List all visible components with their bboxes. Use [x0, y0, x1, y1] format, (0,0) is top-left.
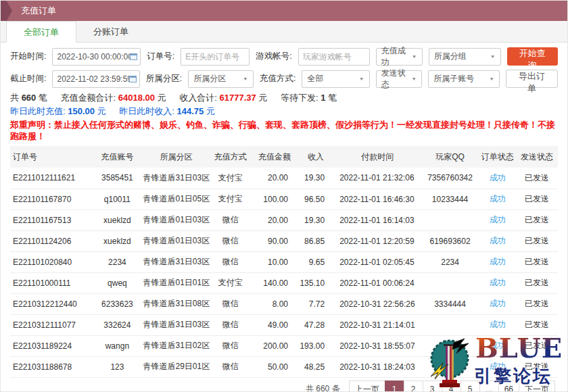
column-header: 发送状态 — [516, 146, 558, 168]
cell-order_no: E221101020840 — [10, 251, 91, 272]
table-row: E221031188678123青锋道盾29日01区微信50.0048.2520… — [10, 356, 558, 377]
cell-order_no: E221101124206 — [10, 230, 91, 251]
column-header: 订单状态 — [479, 146, 516, 168]
cell-order_no: E221101000111 — [10, 272, 91, 293]
sub-account-select[interactable]: 所属子账号 ▼ — [428, 70, 500, 88]
column-header: 付款时间 — [334, 146, 421, 168]
zone-select[interactable]: 所属分区 ▼ — [188, 70, 254, 88]
start-time-label: 开始时间: — [10, 51, 46, 62]
cell-pay_time: 2022-10-31 21:14:01 — [334, 314, 421, 335]
game-account-input[interactable] — [298, 48, 370, 66]
cell-order_no: E2210312212440 — [10, 293, 91, 314]
cell-send_status: 已发送 — [516, 189, 558, 210]
prev-page-button[interactable]: 上一页 — [349, 381, 385, 392]
group-select[interactable]: 所属分组 ▼ — [429, 48, 501, 66]
cell-order_no: E221101167870 — [10, 189, 91, 210]
cell-pay_method: 支付宝 — [210, 272, 252, 293]
cell-send_status: 已发送 — [516, 251, 558, 272]
cell-pay_time: 2022-11-01 02:05:45 — [334, 251, 421, 272]
cell-order_status: 成功 — [479, 293, 516, 314]
cell-pay_time: 2022-10-31 18:24:03 — [334, 356, 421, 377]
filter-panel: 开始时间: 订单号: 游戏帐号: 充值成功 ▼ 所属分组 ▼ 开始查询 — [10, 47, 558, 88]
cell-zone: 青锋道盾01日05区 — [143, 189, 209, 210]
cell-pay_method: 微信 — [210, 230, 252, 251]
cell-pay_method: 微信 — [210, 293, 252, 314]
cell-pay_time: 2022-10-31 18:55:07 — [334, 335, 421, 356]
cell-order_status: 成功 — [479, 251, 516, 272]
cell-zone: 青锋道盾31日03区 — [143, 251, 209, 272]
cell-order_no: E2210312111077 — [10, 314, 91, 335]
end-time-input[interactable] — [52, 70, 139, 88]
pay-method-select[interactable]: 全部 ▼ — [302, 70, 369, 88]
cell-amount: 200.00 — [252, 335, 298, 356]
ellipsis-page-button[interactable]: ... — [479, 381, 499, 392]
cell-send_status: 已发送 — [516, 335, 558, 356]
cell-zone: 青锋道盾29日01区 — [143, 356, 209, 377]
cell-order_status: 成功 — [479, 335, 516, 356]
cell-amount: 50.00 — [252, 356, 298, 377]
cell-amount: 100.00 — [252, 189, 298, 210]
export-button[interactable]: 导出订单 — [506, 70, 558, 88]
tab-all-orders[interactable]: 全部订单 — [6, 21, 76, 43]
cell-pay_method: 微信 — [210, 210, 252, 230]
cell-account: 332624 — [91, 314, 143, 335]
table-row: E221101167513xueklzd青锋道盾01日03区微信20.0019.… — [10, 210, 558, 230]
query-button[interactable]: 开始查询 — [507, 47, 558, 66]
cell-income: 19.30 — [298, 210, 334, 230]
cell-pay_method: 微信 — [210, 356, 252, 377]
cell-send_status: 已发送 — [516, 168, 558, 189]
orders-table: 订单号充值账号所属分区充值方式充值金额收入付款时间玩家QQ订单状态发送状态 E2… — [10, 146, 558, 378]
order-no-input[interactable] — [181, 48, 250, 66]
stats-line: 共 660 笔 充值金额合计: 64018.00 元 收入合计: 61777.3… — [10, 92, 558, 103]
cell-send_status: 已发送 — [516, 356, 558, 377]
column-header: 订单号 — [10, 146, 91, 168]
cell-account: 6233623 — [91, 293, 143, 314]
page-button-1[interactable]: 1 — [385, 381, 404, 392]
total-count: 660 — [22, 93, 37, 103]
pending-count: 1 — [321, 93, 325, 103]
chevron-down-icon: ▼ — [411, 76, 417, 81]
next-page-button[interactable]: 下一页 — [519, 381, 555, 392]
page-title: 充值订单 — [21, 5, 56, 17]
group-select-value: 所属分组 — [434, 51, 467, 62]
header-arrow-icon — [1, 1, 12, 21]
cell-pay_method: 微信 — [210, 251, 252, 272]
recharge-status-select[interactable]: 充值成功 ▼ — [376, 48, 423, 66]
cell-pay_time: 2022-11-01 16:14:03 — [334, 210, 421, 230]
cell-account: xueklzd — [91, 210, 143, 230]
total-amount: 64018.00 — [118, 93, 155, 103]
cell-pay_method: 微信 — [210, 314, 252, 335]
page-button-4[interactable]: 4 — [442, 381, 461, 392]
page-header: 充值订单 — [1, 1, 567, 21]
calendar-icon[interactable] — [129, 76, 137, 82]
cell-amount: 20.00 — [252, 210, 298, 230]
content-area: 开始时间: 订单号: 游戏帐号: 充值成功 ▼ 所属分组 ▼ 开始查询 — [1, 47, 567, 392]
page-button-5[interactable]: 5 — [460, 381, 480, 392]
page-button-2[interactable]: 2 — [404, 381, 423, 392]
tab-split-orders[interactable]: 分账订单 — [76, 21, 145, 42]
cell-order_status: 成功 — [479, 356, 516, 377]
table-row: E22103122124406233623青锋道盾31日08区微信8.007.7… — [10, 293, 558, 314]
cell-amount: 8.00 — [252, 293, 298, 314]
game-account-label: 游戏帐号: — [256, 51, 291, 62]
page-button-3[interactable]: 3 — [423, 381, 442, 392]
pagination-total: 共 660 条 — [306, 383, 340, 392]
yesterday-line: 昨日此时充值: 150.00 元 昨日此时收入: 144.75 元 — [10, 105, 558, 117]
cell-qq: 395847 — [421, 356, 479, 377]
last-page-button[interactable]: 66 — [498, 381, 519, 392]
cell-account: qweq — [91, 272, 143, 293]
start-time-input[interactable] — [52, 48, 141, 66]
cell-send_status: 已发送 — [516, 230, 558, 251]
cell-qq — [421, 314, 479, 335]
cell-qq: 2234 — [421, 251, 479, 272]
send-status-select[interactable]: 发送状态 ▼ — [376, 70, 422, 88]
cell-qq: 7356760342 — [421, 168, 479, 189]
cell-order_status: 成功 — [479, 314, 516, 335]
filter-row-1: 开始时间: 订单号: 游戏帐号: 充值成功 ▼ 所属分组 ▼ 开始查询 — [10, 47, 558, 66]
cell-zone: 青锋道盾31日03区 — [143, 168, 209, 189]
pay-method-label: 充值方式: — [260, 73, 295, 84]
cell-order_no: E221031189224 — [10, 335, 91, 356]
calendar-icon[interactable] — [130, 53, 137, 60]
cell-order_status: 成功 — [479, 272, 516, 293]
cell-account: q10011 — [91, 189, 143, 210]
